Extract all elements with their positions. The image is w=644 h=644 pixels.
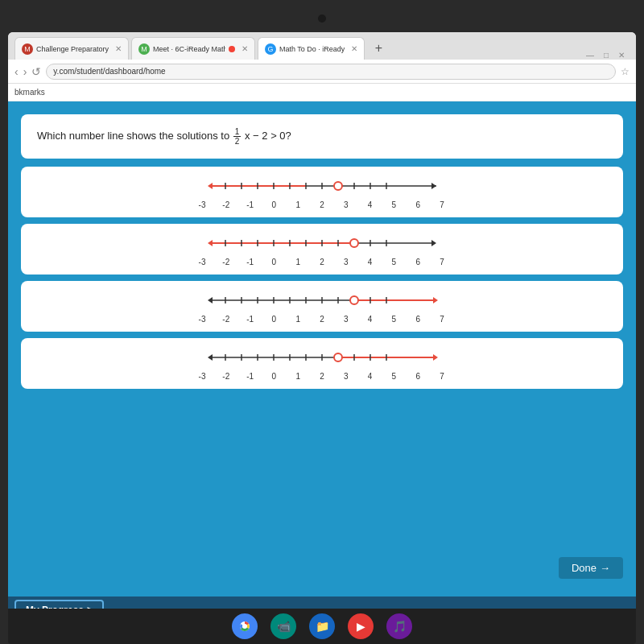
- extra-icon-text: 🎵: [393, 620, 407, 633]
- question-text-before: Which number line shows the solutions to: [37, 130, 233, 142]
- tab-meet[interactable]: M Meet · 6C-iReady Math Asse ✕: [131, 37, 255, 60]
- answer-option-2[interactable]: -3 -2 -1 0 1 2 3 4 5 6 7: [21, 224, 623, 275]
- answer-options: -3 -2 -1 0 1 2 3 4 5 6 7: [21, 167, 623, 552]
- window-controls: — □ ✕: [581, 51, 630, 60]
- number-line-4: [193, 346, 451, 369]
- bookmarks-bar: bkmarks: [8, 84, 636, 101]
- svg-marker-52: [433, 354, 438, 361]
- forward-icon[interactable]: ›: [23, 65, 27, 78]
- taskbar: 📹 📁 ▶ 🎵: [8, 609, 636, 644]
- page-content: Which number line shows the solutions to…: [8, 101, 636, 597]
- browser-chrome: M Challenge Preparatory Charter S ✕ M Me…: [8, 32, 636, 636]
- taskbar-files-icon[interactable]: 📁: [309, 613, 335, 639]
- maximize-icon[interactable]: □: [599, 51, 613, 60]
- svg-point-32: [350, 239, 358, 247]
- tab-label-iready: Math To Do · iReady: [279, 45, 345, 53]
- laptop-screen: M Challenge Preparatory Charter S ✕ M Me…: [0, 0, 644, 644]
- minimize-icon[interactable]: —: [581, 51, 599, 60]
- tab-iready[interactable]: G Math To Do · iReady ✕: [258, 37, 365, 60]
- svg-marker-4: [431, 183, 436, 189]
- svg-marker-36: [433, 297, 438, 303]
- tab-close-meet[interactable]: ✕: [242, 44, 248, 53]
- answer-option-3[interactable]: -3 -2 -1 0 1 2 3 4 5 6 7: [21, 281, 623, 332]
- svg-marker-20: [431, 240, 436, 246]
- tab-gmail[interactable]: M Challenge Preparatory Charter S ✕: [14, 37, 129, 60]
- taskbar-chrome-icon[interactable]: [232, 613, 258, 639]
- recording-indicator: [229, 46, 235, 52]
- bookmark-star-icon[interactable]: ☆: [621, 66, 630, 77]
- tab-close-iready[interactable]: ✕: [351, 44, 357, 53]
- question-text: Which number line shows the solutions to…: [37, 130, 291, 142]
- bookmarks-label: bkmarks: [14, 88, 45, 97]
- question-text-after: x − 2 > 0?: [245, 130, 291, 142]
- tab-label-gmail: Challenge Preparatory Charter S: [36, 45, 109, 53]
- nl4-labels: -3 -2 -1 0 1 2 3 4 5 6 7: [193, 372, 451, 381]
- done-arrow: →: [600, 562, 610, 574]
- close-icon[interactable]: ✕: [613, 51, 630, 60]
- svg-point-66: [242, 624, 247, 629]
- taskbar-play-icon[interactable]: ▶: [348, 613, 374, 639]
- tab-icon-meet: M: [138, 43, 150, 55]
- tab-close-gmail[interactable]: ✕: [115, 44, 122, 53]
- fraction-denominator: 2: [233, 137, 242, 146]
- nl3-labels: -3 -2 -1 0 1 2 3 4 5 6 7: [193, 315, 451, 324]
- answer-option-4[interactable]: -3 -2 -1 0 1 2 3 4 5 6 7: [21, 338, 623, 389]
- svg-point-48: [350, 296, 358, 304]
- play-icon-text: ▶: [357, 620, 365, 633]
- files-icon-text: 📁: [316, 620, 329, 633]
- tab-label-meet: Meet · 6C-iReady Math Asse: [153, 45, 225, 53]
- svg-marker-2: [208, 183, 213, 189]
- svg-marker-34: [208, 297, 213, 303]
- new-tab-button[interactable]: +: [367, 37, 390, 60]
- fraction: 1 2: [233, 127, 242, 146]
- address-input[interactable]: y.com/student/dashboard/home: [46, 64, 616, 80]
- reload-icon[interactable]: ↺: [31, 65, 41, 78]
- svg-marker-19: [208, 240, 213, 246]
- svg-marker-50: [208, 354, 213, 361]
- svg-point-16: [334, 182, 342, 190]
- taskbar-extra-icon[interactable]: 🎵: [386, 613, 412, 639]
- tab-bar: M Challenge Preparatory Charter S ✕ M Me…: [8, 32, 636, 60]
- tab-icon-gmail: M: [22, 43, 33, 55]
- svg-point-64: [334, 353, 342, 361]
- answer-option-1[interactable]: -3 -2 -1 0 1 2 3 4 5 6 7: [21, 167, 623, 217]
- back-icon[interactable]: ‹: [14, 65, 19, 78]
- camera-dot: [318, 14, 326, 23]
- address-bar-row: ‹ › ↺ y.com/student/dashboard/home ☆: [8, 60, 636, 84]
- question-card: Which number line shows the solutions to…: [21, 114, 623, 159]
- done-label: Done: [572, 562, 597, 574]
- tab-icon-iready: G: [265, 43, 276, 55]
- done-button[interactable]: Done →: [559, 557, 623, 579]
- number-line-2: [193, 232, 451, 254]
- number-line-1: [193, 175, 451, 197]
- nl1-labels: -3 -2 -1 0 1 2 3 4 5 6 7: [193, 200, 451, 209]
- meet-icon-text: 📹: [277, 620, 291, 633]
- page-footer: Done →: [21, 552, 623, 584]
- number-line-3: [193, 289, 451, 312]
- nl2-labels: -3 -2 -1 0 1 2 3 4 5 6 7: [193, 258, 451, 266]
- fraction-numerator: 1: [233, 127, 242, 137]
- taskbar-meet-icon[interactable]: 📹: [270, 613, 296, 639]
